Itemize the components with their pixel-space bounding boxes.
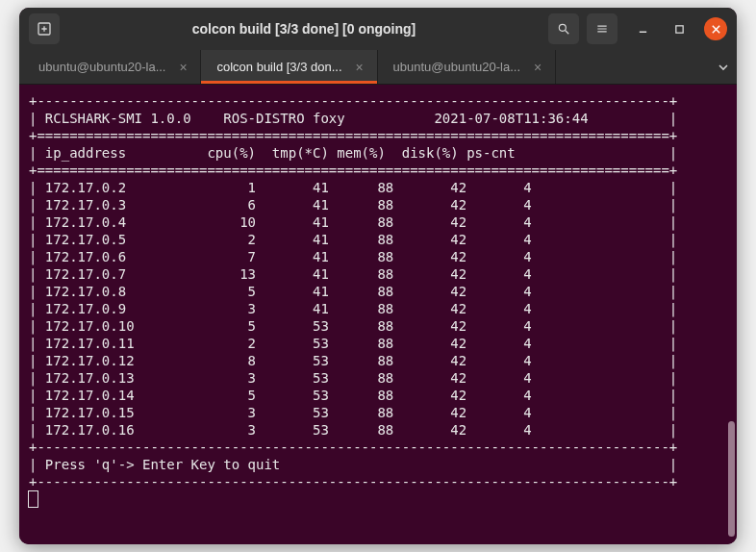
hamburger-icon [595,22,609,36]
new-tab-button[interactable] [29,13,60,44]
search-icon [557,22,570,36]
chevron-down-icon [718,62,729,73]
terminal-line: | 172.17.0.10 5 53 88 42 4 | [29,317,727,335]
maximize-button[interactable] [668,17,691,40]
terminal-line: | 172.17.0.15 3 53 88 42 4 | [29,404,727,421]
terminal-window: colcon build [3/3 done] [0 ongoing] ubun… [19,8,737,544]
terminal-line: | 172.17.0.7 13 41 88 42 4 | [29,265,727,283]
svg-line-4 [566,31,569,35]
terminal-line: | 172.17.0.12 8 53 88 42 4 | [29,352,727,369]
terminal-line: | 172.17.0.13 3 53 88 42 4 | [29,369,727,387]
terminal-line: | 172.17.0.3 6 41 88 42 4 | [29,196,727,213]
titlebar: colcon build [3/3 done] [0 ongoing] [19,8,737,50]
tab-label: ubuntu@ubuntu20-la... [38,60,165,74]
terminal-line: | RCLSHARK-SMI 1.0.0 ROS-DISTRO foxy 202… [29,110,727,127]
terminal-line: | 172.17.0.11 2 53 88 42 4 | [29,335,727,352]
tabs-dropdown[interactable] [710,50,737,84]
tab-1[interactable]: colcon build [3/3 don... × [201,50,377,84]
tab-close-button[interactable]: × [530,60,545,75]
maximize-icon [674,24,685,35]
terminal-line: +---------------------------------------… [29,473,727,490]
terminal-line: | 172.17.0.8 5 41 88 42 4 | [29,283,727,300]
terminal-line: +---------------------------------------… [29,439,727,456]
tab-0[interactable]: ubuntu@ubuntu20-la... × [23,50,201,84]
svg-rect-9 [675,25,682,32]
prompt-line[interactable] [29,490,727,508]
titlebar-right [548,13,727,44]
tab-label: colcon build [3/3 don... [216,60,341,74]
scrollbar[interactable] [727,162,737,544]
terminal-line: | Press 'q'-> Enter Key to quit | [29,456,727,473]
terminal-line: | 172.17.0.4 10 41 88 42 4 | [29,213,727,231]
terminal-line: +---------------------------------------… [29,92,727,110]
minimize-button[interactable] [631,17,654,40]
close-button[interactable] [704,17,727,40]
new-tab-icon [37,21,52,37]
close-icon [711,24,721,35]
terminal-line: | 172.17.0.5 2 41 88 42 4 | [29,231,727,248]
terminal-line: +=======================================… [29,162,727,179]
terminal-line: | 172.17.0.14 5 53 88 42 4 | [29,387,727,404]
tab-bar: ubuntu@ubuntu20-la... × colcon build [3/… [19,50,737,85]
cursor [29,491,38,507]
search-button[interactable] [548,13,579,44]
tab-2[interactable]: ubuntu@ubuntu20-la... × [378,50,556,84]
terminal-line: | 172.17.0.16 3 53 88 42 4 | [29,421,727,439]
scrollbar-thumb[interactable] [728,421,735,537]
terminal-line: | 172.17.0.6 7 41 88 42 4 | [29,248,727,265]
menu-button[interactable] [587,13,617,44]
tab-close-button[interactable]: × [352,60,367,75]
terminal-line: | ip_address cpu(%) tmp(*C) mem(%) disk(… [29,144,727,162]
terminal-line: | 172.17.0.2 1 41 88 42 4 | [29,179,727,196]
terminal-content[interactable]: +---------------------------------------… [19,85,737,544]
window-title: colcon build [3/3 done] [0 ongoing] [67,21,541,37]
minimize-icon [638,24,648,35]
svg-point-3 [559,24,566,31]
terminal-line: | 172.17.0.9 3 41 88 42 4 | [29,300,727,317]
terminal-line: +=======================================… [29,127,727,144]
tab-label: ubuntu@ubuntu20-la... [393,60,520,74]
tab-close-button[interactable]: × [175,60,190,75]
